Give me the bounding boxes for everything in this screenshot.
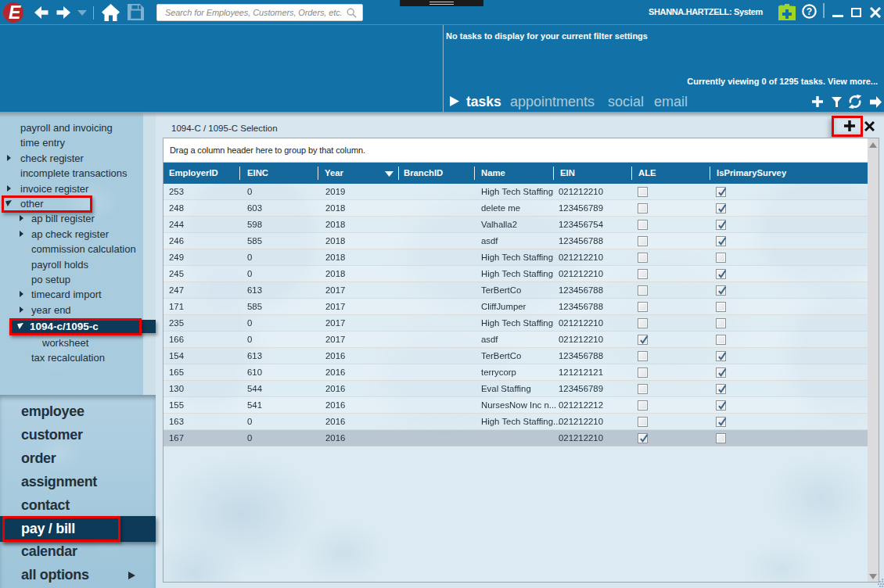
svg-text:?: ? [807,6,812,17]
